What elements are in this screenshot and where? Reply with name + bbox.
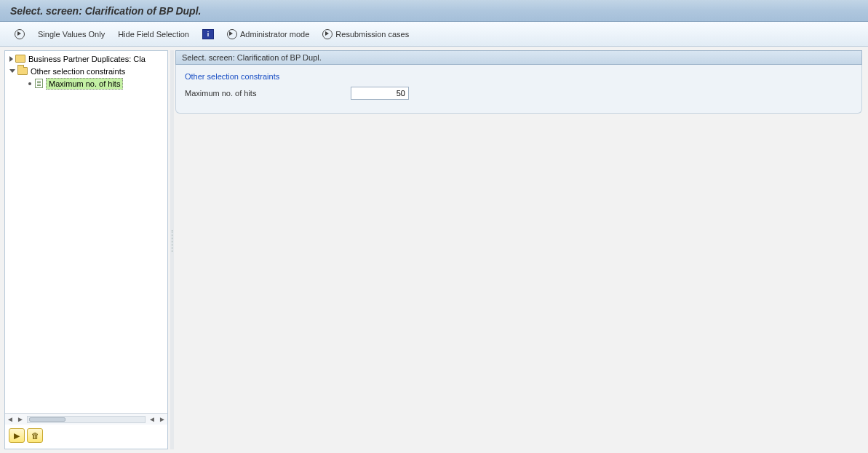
execute-icon <box>322 29 333 39</box>
tree-node-bp-duplicates[interactable]: Business Partner Duplicates: Cla <box>5 52 167 65</box>
execute-icon <box>227 29 237 39</box>
document-icon <box>35 79 43 88</box>
scroll-right-icon[interactable]: ► <box>157 414 167 425</box>
folder-open-icon <box>17 67 28 75</box>
tree-node-other-constraints[interactable]: Other selection constraints <box>5 65 167 77</box>
scroll-right-icon[interactable]: ► <box>15 414 25 425</box>
tree-node-label: Other selection constraints <box>31 67 125 76</box>
hide-field-selection-button[interactable]: Hide Field Selection <box>114 26 194 42</box>
info-icon: i <box>202 29 214 39</box>
group-label: Other selection constraints <box>183 71 854 87</box>
tree-h-scrollbar[interactable]: ◄ ► ◄ ► <box>5 413 167 425</box>
scroll-left-icon[interactable]: ◄ <box>147 414 157 425</box>
panel-header-label: Select. screen: Clarification of BP Dupl… <box>182 53 322 62</box>
expand-icon[interactable] <box>9 56 13 62</box>
bullet-icon <box>28 82 31 85</box>
panel-header: Select. screen: Clarification of BP Dupl… <box>175 50 862 65</box>
resubmission-cases-button[interactable]: Resubmission cases <box>318 26 413 42</box>
title-bar: Select. screen: Clarification of BP Dupl… <box>0 0 868 22</box>
max-hits-input[interactable] <box>351 87 409 100</box>
trash-icon: 🗑 <box>31 431 39 440</box>
single-values-label: Single Values Only <box>38 30 105 39</box>
tree-actions: ▶ 🗑 <box>5 425 167 449</box>
content-area: Business Partner Duplicates: Cla Other s… <box>0 47 868 453</box>
delete-button[interactable]: 🗑 <box>27 428 43 443</box>
field-row-max-hits: Maximum no. of hits <box>183 87 854 100</box>
play-icon: ▶ <box>14 431 20 441</box>
panel-divider[interactable] <box>170 50 174 449</box>
panel-body: Other selection constraints Maximum no. … <box>175 65 862 114</box>
collapse-icon[interactable] <box>9 69 15 73</box>
main-panel: Select. screen: Clarification of BP Dupl… <box>174 47 868 453</box>
execute-icon <box>15 29 25 39</box>
scroll-thumb[interactable] <box>29 417 65 422</box>
single-values-button[interactable]: Single Values Only <box>33 26 109 42</box>
tree-node-label-selected: Maximum no. of hits <box>46 78 123 90</box>
execute-button[interactable] <box>10 26 29 42</box>
scroll-left-icon[interactable]: ◄ <box>5 414 15 425</box>
tree-body: Business Partner Duplicates: Cla Other s… <box>5 51 167 413</box>
app-toolbar: Single Values Only Hide Field Selection … <box>0 22 868 47</box>
max-hits-label: Maximum no. of hits <box>185 89 345 98</box>
administrator-mode-label: Administrator mode <box>240 30 309 39</box>
resubmission-cases-label: Resubmission cases <box>335 30 409 39</box>
tree-panel: Business Partner Duplicates: Cla Other s… <box>4 50 168 449</box>
hide-field-selection-label: Hide Field Selection <box>118 30 189 39</box>
folder-icon <box>15 55 25 63</box>
administrator-mode-button[interactable]: Administrator mode <box>223 26 314 42</box>
info-button[interactable]: i <box>198 26 218 42</box>
scroll-track[interactable] <box>27 416 146 423</box>
execute-small-button[interactable]: ▶ <box>9 428 25 443</box>
page-title: Select. screen: Clarification of BP Dupl… <box>10 5 201 17</box>
tree-node-max-hits[interactable]: Maximum no. of hits <box>5 77 167 90</box>
tree-node-label: Business Partner Duplicates: Cla <box>28 55 146 63</box>
